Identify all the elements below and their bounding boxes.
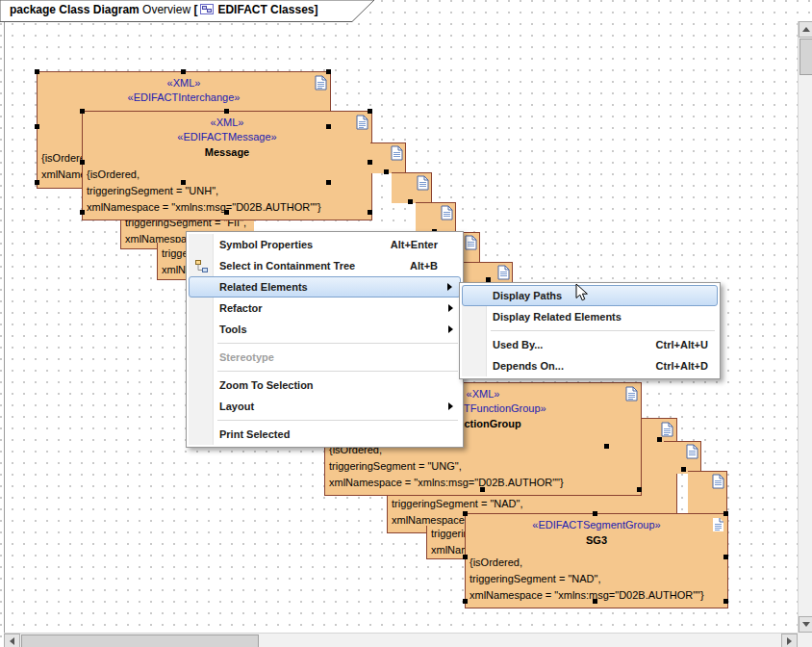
menu-item-refactor[interactable]: Refactor (189, 298, 461, 319)
shortcut-label: Alt+B (410, 255, 438, 276)
menu-separator (491, 330, 715, 331)
selection-handle[interactable] (657, 437, 662, 442)
menu-separator (217, 371, 458, 372)
menu-item-stereotype[interactable]: Stereotype (189, 347, 461, 368)
bracket-open: [ (193, 3, 197, 16)
class-box-sg3[interactable]: «EDIFACTSegmentGroup» SG3 {isOrdered, tr… (465, 513, 728, 608)
selection-handle[interactable] (368, 160, 372, 165)
selection-handle[interactable] (681, 467, 686, 472)
menu-item-tools[interactable]: Tools (189, 319, 461, 340)
stereotype-xml: «XML» (38, 76, 330, 91)
selection-handle[interactable] (224, 109, 229, 114)
diagram-header: package Class Diagram Overview [EDIFACT … (0, 0, 377, 27)
scroll-down-button[interactable] (799, 616, 812, 633)
menu-item-print-selected[interactable]: Print Selected (189, 424, 461, 445)
stereotype-edifact-interchange: «EDIFACTInterchange» (38, 91, 330, 105)
document-icon (356, 115, 368, 132)
selection-handle[interactable] (463, 599, 468, 604)
class-box-fragment[interactable]: triggeringSegment = xmlNamespace = (426, 526, 466, 559)
shortcut-label: Alt+Enter (391, 234, 438, 255)
tagged-values: {isOrdered, triggeringSegment = "UNH", x… (83, 167, 371, 216)
class-diagram-icon (200, 3, 215, 18)
menu-item-select-in-containment-tree[interactable]: Select in Containment Tree Alt+B (189, 255, 461, 276)
selection-handle[interactable] (80, 210, 85, 215)
selection-handle[interactable] (224, 210, 229, 215)
document-icon (712, 474, 724, 491)
selection-handle[interactable] (326, 124, 331, 129)
shortcut-label: Ctrl+Alt+D (656, 355, 708, 376)
diagram-tab-label: EDIFACT Classes (217, 3, 314, 16)
scroll-up-button[interactable] (799, 21, 812, 38)
tagged-values: triggeringSegment = xmlNamespace = (427, 526, 466, 558)
submenu-arrow-icon (448, 304, 453, 312)
menu-item-layout[interactable]: Layout (189, 396, 461, 417)
document-icon (465, 235, 477, 252)
menu-item-related-elements[interactable]: Related Elements (189, 276, 461, 298)
selection-handle[interactable] (593, 599, 597, 604)
tagged-values: {isOrdered, triggeringSegment = "UNG", x… (325, 442, 641, 491)
diagram-kind-label: package Class Diagram (10, 3, 140, 16)
selection-handle[interactable] (723, 555, 728, 559)
selection-handle[interactable] (35, 124, 39, 129)
horizontal-scrollbar-thumb[interactable] (21, 634, 259, 647)
selection-handle[interactable] (593, 511, 597, 516)
selection-handle[interactable] (480, 487, 485, 492)
context-menu: Symbol Properties Alt+Enter Select in Co… (186, 231, 464, 448)
selection-handle[interactable] (326, 69, 331, 74)
menu-separator (217, 343, 458, 344)
document-icon (686, 444, 698, 461)
selection-handle[interactable] (368, 109, 372, 114)
diagram-frame-border (4, 0, 5, 633)
vertical-scrollbar[interactable] (798, 21, 812, 633)
document-icon (417, 175, 429, 193)
selection-handle[interactable] (35, 69, 39, 74)
selection-handle[interactable] (35, 180, 39, 185)
scroll-left-button[interactable] (4, 634, 20, 647)
menu-item-zoom-to-selection[interactable]: Zoom To Selection (189, 375, 461, 396)
horizontal-scrollbar[interactable] (4, 633, 798, 647)
selection-handle[interactable] (80, 109, 85, 114)
menu-separator (217, 420, 458, 421)
menu-item-depends-on[interactable]: Depends On... Ctrl+Alt+D (462, 355, 718, 376)
document-icon (661, 422, 673, 439)
scroll-right-button[interactable] (781, 634, 798, 647)
selection-handle[interactable] (384, 169, 389, 174)
selection-handle[interactable] (181, 69, 186, 74)
selection-handle[interactable] (604, 444, 609, 449)
diagram-name-label: Overview (142, 3, 190, 16)
scrollbar-corner (798, 633, 812, 647)
selection-handle[interactable] (723, 511, 728, 516)
tagged-values: {isOrdered, triggeringSegment = "NAD", x… (466, 555, 727, 604)
selection-handle[interactable] (637, 487, 642, 492)
document-icon (441, 205, 453, 222)
mouse-cursor-icon (575, 283, 591, 306)
selection-handle[interactable] (463, 555, 468, 559)
class-box-corner[interactable] (688, 471, 727, 515)
menu-item-symbol-properties[interactable]: Symbol Properties Alt+Enter (189, 234, 461, 255)
selection-handle[interactable] (368, 210, 372, 215)
selection-handle[interactable] (326, 180, 331, 185)
shortcut-label: Ctrl+Alt+U (656, 334, 708, 355)
document-icon (391, 145, 403, 163)
stereotype-edifact-segment-group: «EDIFACTSegmentGroup» (466, 518, 727, 532)
selection-handle[interactable] (181, 180, 186, 185)
selection-handle[interactable] (723, 599, 728, 604)
class-name: Message (83, 144, 371, 161)
document-icon (497, 265, 510, 282)
menu-item-display-related-elements[interactable]: Display Related Elements (462, 306, 718, 327)
bracket-close: ] (315, 3, 318, 16)
selection-handle[interactable] (463, 511, 468, 516)
document-icon (712, 517, 724, 534)
selection-handle[interactable] (408, 199, 413, 204)
document-icon (315, 75, 327, 92)
class-name: SG3 (466, 532, 727, 549)
document-icon (625, 386, 638, 403)
stereotype-edifact-message: «EDIFACTMessage» (83, 130, 371, 144)
submenu-arrow-icon (448, 402, 453, 410)
submenu-arrow-icon (447, 283, 452, 291)
menu-item-used-by[interactable]: Used By... Ctrl+Alt+U (462, 334, 718, 355)
submenu-arrow-icon (448, 325, 453, 333)
vertical-scrollbar-thumb[interactable] (799, 39, 812, 75)
selection-handle[interactable] (80, 160, 85, 165)
